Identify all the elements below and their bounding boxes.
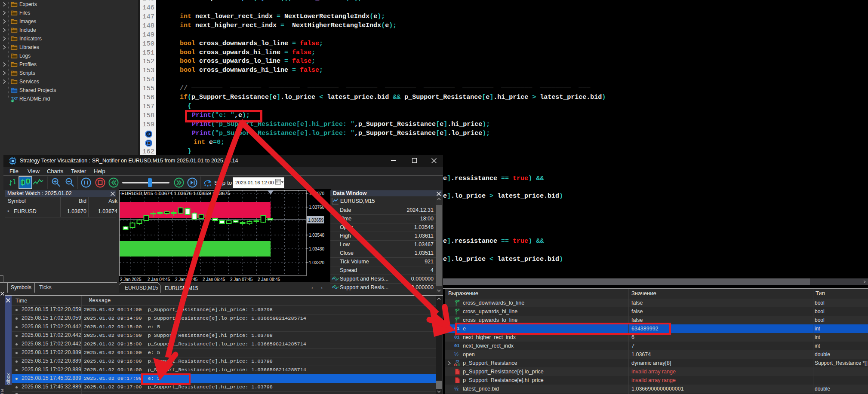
svg-text:2 Jan 06:45: 2 Jan 06:45 (203, 277, 225, 282)
svg-text:2 Jan 2025: 2 Jan 2025 (120, 277, 142, 282)
svg-text:EURUSD,M15 1.03674 1.03676 1.: EURUSD,M15 1.03674 1.03676 1.03659 1.036… (121, 191, 230, 196)
svg-text:2 Jan 08:45: 2 Jan 08:45 (258, 277, 280, 282)
svg-text:1.03659: 1.03659 (308, 218, 324, 223)
svg-text:‹: ‹ (311, 285, 313, 291)
svg-text:1.03870: 1.03870 (309, 191, 325, 196)
svg-text:2 Jan 04:45: 2 Jan 04:45 (148, 277, 170, 282)
svg-text:1.03320: 1.03320 (309, 260, 325, 265)
svg-text:›: › (321, 285, 323, 291)
svg-text:2 Jan 07:45: 2 Jan 07:45 (230, 277, 253, 282)
svg-text:1.03760: 1.03760 (309, 205, 325, 210)
svg-text:1.03430: 1.03430 (309, 247, 325, 251)
svg-text:2 Jan 05:45: 2 Jan 05:45 (175, 277, 198, 282)
svg-text:Skip to: Skip to (214, 180, 232, 186)
svg-text:EURUSD,M15: EURUSD,M15 (125, 285, 158, 291)
svg-text:EURUSD,M15: EURUSD,M15 (165, 285, 198, 291)
svg-text:1.03540: 1.03540 (309, 233, 325, 238)
